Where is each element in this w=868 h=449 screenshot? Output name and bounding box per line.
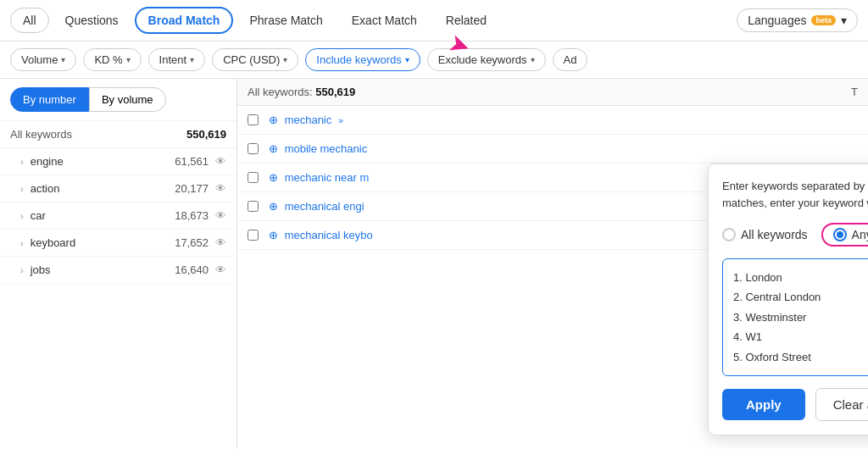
add-icon: ⊕ — [269, 114, 278, 126]
sidebar-item[interactable]: › car 18,673 👁 — [0, 202, 236, 230]
chevron-down-icon: ▾ — [283, 55, 287, 64]
keyword-link[interactable]: ⊕ mechanical engi — [269, 200, 364, 213]
beta-badge: beta — [811, 15, 836, 25]
table-header: All keywords: 550,619 T — [237, 79, 868, 106]
all-keywords-option[interactable]: All keywords — [722, 228, 808, 241]
chevron-right-icon: › — [20, 184, 24, 194]
row-checkbox[interactable] — [248, 201, 259, 212]
toggle-by-volume[interactable]: By volume — [89, 87, 166, 112]
keyword-text: mechanic near m — [285, 171, 370, 184]
sidebar-item[interactable]: › engine 61,561 👁 — [0, 148, 236, 175]
tab-bar: All Questions Broad Match Phrase Match E… — [0, 0, 868, 42]
all-keywords-option-label: All keywords — [741, 228, 808, 241]
double-arrow-icon: » — [338, 115, 343, 125]
tab-languages[interactable]: Languages beta ▾ — [737, 8, 858, 32]
clear-all-button[interactable]: Clear all — [815, 388, 868, 421]
any-keywords-radio[interactable] — [833, 228, 847, 241]
include-keywords-label: Include keywords — [316, 53, 401, 66]
volume-label: Volume — [21, 53, 58, 66]
exclude-keywords-filter[interactable]: Exclude keywords ▾ — [427, 48, 546, 71]
additional-filter[interactable]: Ad — [553, 48, 588, 71]
keyword-text: mobile mechanic — [285, 142, 368, 155]
chevron-right-icon: › — [20, 157, 24, 167]
dropdown-description: Enter keywords separated by commas or on… — [722, 178, 868, 211]
tab-exact-match[interactable]: Exact Match — [339, 8, 430, 33]
keyword-text: mechanic — [285, 114, 332, 126]
eye-icon[interactable]: 👁 — [215, 236, 226, 249]
sidebar-item-count: 61,561 — [175, 155, 209, 168]
all-keywords-radio[interactable] — [722, 228, 736, 241]
sidebar-item-label: keyboard — [31, 236, 175, 249]
sidebar-item-count: 20,177 — [175, 182, 209, 195]
table-row: ⊕ mobile mechanic — [237, 135, 868, 164]
tab-broad-match[interactable]: Broad Match — [135, 7, 234, 34]
keywords-input-box[interactable]: 1. London 2. Central London 3. Westminst… — [722, 258, 868, 376]
row-checkbox[interactable] — [248, 143, 259, 154]
main-content: By number By volume All keywords 550,619… — [0, 79, 868, 448]
chevron-down-icon: ▾ — [841, 14, 847, 27]
kd-filter[interactable]: KD % ▾ — [83, 48, 141, 71]
tab-questions[interactable]: Questions — [53, 8, 131, 33]
chevron-right-icon: › — [20, 238, 24, 248]
all-keywords-header-label: All keywords: — [248, 86, 313, 98]
eye-icon[interactable]: 👁 — [215, 263, 226, 276]
tab-all[interactable]: All — [10, 8, 49, 33]
cpc-filter[interactable]: CPC (USD) ▾ — [212, 48, 298, 71]
keyword-link[interactable]: ⊕ mobile mechanic — [269, 142, 367, 155]
sidebar-header: All keywords 550,619 — [0, 121, 236, 148]
chevron-down-icon: ▾ — [531, 55, 535, 64]
dropdown-actions: Apply Clear all — [722, 388, 868, 421]
any-keywords-option[interactable]: Any keywords — [821, 223, 868, 247]
keyword-link[interactable]: ⊕ mechanic » — [269, 114, 343, 126]
sidebar-item-count: 16,640 — [175, 263, 209, 276]
intent-filter[interactable]: Intent ▾ — [148, 48, 206, 71]
tab-phrase-match[interactable]: Phrase Match — [236, 8, 335, 33]
chevron-down-icon: ▾ — [190, 55, 194, 64]
apply-button[interactable]: Apply — [722, 389, 805, 420]
sidebar-item[interactable]: › keyboard 17,652 👁 — [0, 230, 236, 257]
keyword-line-1: 1. London — [733, 268, 868, 287]
include-keywords-filter[interactable]: Include keywords ▾ — [305, 48, 420, 71]
sidebar-item[interactable]: › jobs 16,640 👁 — [0, 257, 236, 284]
sidebar-all-keywords-count: 550,619 — [186, 128, 226, 141]
languages-label: Languages — [748, 14, 806, 27]
eye-icon[interactable]: 👁 — [215, 155, 226, 168]
keyword-link[interactable]: ⊕ mechanic near m — [269, 171, 369, 184]
sidebar-item-label: action — [31, 182, 175, 195]
chevron-down-icon: ▾ — [126, 55, 131, 64]
sidebar-item-count: 18,673 — [175, 209, 209, 222]
keyword-link[interactable]: ⊕ mechanical keybo — [269, 229, 373, 241]
sidebar-item[interactable]: › action 20,177 👁 — [0, 175, 236, 202]
keyword-column-header: T — [851, 86, 858, 98]
sidebar-toggle: By number By volume — [0, 79, 236, 121]
table-area: All keywords: 550,619 T ⊕ mechanic » ⊕ m… — [237, 79, 868, 448]
table-row: ⊕ mechanic » — [237, 106, 868, 135]
eye-icon[interactable]: 👁 — [215, 182, 226, 195]
exclude-keywords-label: Exclude keywords — [438, 53, 527, 66]
filter-bar: Volume ▾ KD % ▾ Intent ▾ CPC (USD) ▾ Inc… — [0, 42, 868, 79]
keyword-text: mechanical keybo — [285, 229, 373, 241]
add-icon: ⊕ — [269, 200, 278, 213]
eye-icon[interactable]: 👁 — [215, 209, 226, 222]
chevron-down-icon: ▾ — [61, 55, 65, 64]
any-keywords-option-label: Any keywords — [852, 228, 868, 241]
sidebar-item-label: car — [31, 209, 175, 222]
all-keywords-header-count: 550,619 — [315, 86, 355, 98]
keyword-line-4: 4. W1 — [733, 327, 868, 346]
add-icon: ⊕ — [269, 142, 278, 155]
keyword-line-3: 3. Westminster — [733, 308, 868, 327]
add-icon: ⊕ — [269, 171, 278, 184]
row-checkbox[interactable] — [248, 172, 259, 183]
keyword-line-5: 5. Oxford Street — [733, 347, 868, 367]
sidebar: By number By volume All keywords 550,619… — [0, 79, 237, 448]
sidebar-all-keywords-label: All keywords — [10, 128, 72, 141]
toggle-by-number[interactable]: By number — [10, 87, 89, 112]
sidebar-item-label: engine — [31, 155, 175, 168]
additional-label: Ad — [564, 53, 577, 66]
include-keywords-dropdown: Enter keywords separated by commas or on… — [708, 164, 868, 435]
volume-filter[interactable]: Volume ▾ — [10, 48, 76, 71]
row-checkbox[interactable] — [248, 114, 259, 125]
tab-related[interactable]: Related — [433, 8, 499, 33]
row-checkbox[interactable] — [248, 230, 259, 241]
intent-label: Intent — [159, 53, 187, 66]
